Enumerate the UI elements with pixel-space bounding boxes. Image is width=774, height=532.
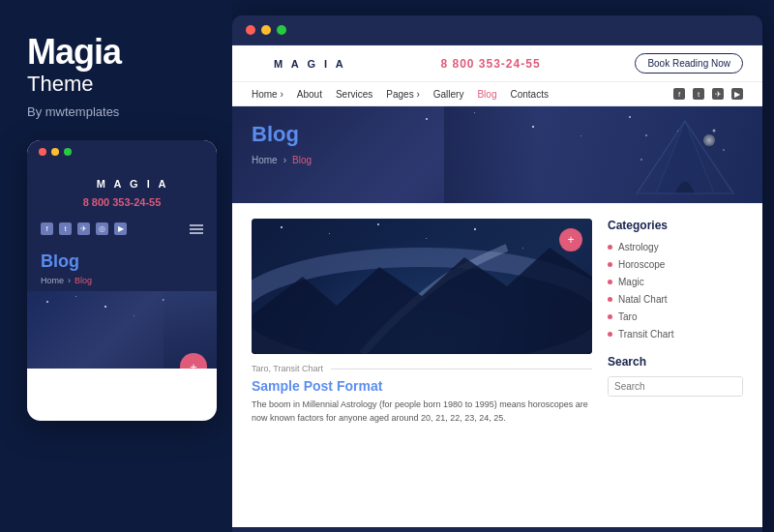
nav-social: f t ✈ ▶ [673, 88, 743, 100]
post-excerpt: The boom in Millennial Astrology (for pe… [252, 399, 592, 425]
post-tags: Taro, Transit Chart [252, 364, 323, 373]
browser-chrome [232, 15, 762, 45]
nav-services[interactable]: Services [336, 89, 372, 100]
category-item-transit-chart[interactable]: Transit Chart [608, 329, 743, 340]
tumblr-icon[interactable]: t [59, 222, 72, 235]
nav-facebook-icon[interactable]: f [673, 88, 685, 100]
browser-dot-green [277, 25, 286, 35]
hamburger-menu[interactable] [190, 224, 203, 234]
mobile-dot-yellow [51, 148, 59, 156]
mobile-social-row: f t ✈ ◎ ▶ [27, 216, 217, 242]
sidebar-search: Search Search [608, 355, 743, 397]
category-item-horoscope[interactable]: Horoscope [608, 259, 743, 270]
search-heading: Search [608, 355, 743, 369]
mobile-top-bar [27, 140, 217, 163]
svg-point-3 [645, 134, 647, 136]
book-reading-button[interactable]: Book Reading Now [635, 53, 743, 74]
left-panel: Magia Theme By mwtemplates M A G I A 8 8… [0, 0, 232, 532]
mobile-breadcrumb: Home › Blog [41, 276, 203, 285]
category-item-magic[interactable]: Magic [608, 277, 743, 287]
post-divider [331, 369, 592, 369]
category-bullet [608, 280, 612, 284]
hero-breadcrumb-current: Blog [292, 155, 312, 165]
category-bullet [608, 245, 612, 250]
mobile-logo-row: M A G I A [75, 175, 169, 192]
category-label: Taro [618, 311, 637, 322]
post-bookmark-button[interactable]: + [559, 228, 582, 251]
nav-contacts[interactable]: Contacts [510, 89, 548, 100]
category-label: Magic [618, 277, 644, 287]
nav-links: Home › About Services Pages › Gallery Bl… [252, 89, 549, 100]
mobile-header-section: M A G I A 8 800 353-24-55 [27, 163, 217, 216]
sidebar-categories-heading: Categories [608, 219, 743, 232]
category-label: Astrology [618, 242, 659, 252]
nav-youtube-icon[interactable]: ▶ [731, 88, 743, 100]
category-label: Horoscope [618, 259, 665, 270]
hero-breadcrumb-home: Home [252, 155, 278, 165]
post-title[interactable]: Sample Post Format [252, 378, 592, 394]
svg-point-4 [713, 130, 716, 133]
instagram-icon[interactable]: ◎ [96, 222, 108, 235]
mobile-mockup: M A G I A 8 800 353-24-55 f t ✈ ◎ ▶ Blog [27, 140, 217, 421]
tent-icon [627, 116, 743, 198]
category-item-astrology[interactable]: Astrology [608, 242, 743, 252]
site-phone: 8 800 353-24-55 [440, 57, 540, 71]
svg-point-6 [640, 159, 642, 161]
telegram-icon[interactable]: ✈ [77, 222, 90, 235]
mobile-phone: 8 800 353-24-55 [83, 196, 162, 208]
nav-tumblr-icon[interactable]: t [693, 88, 704, 100]
post-image: + [252, 219, 592, 354]
sidebar-categories: Categories Astrology Horoscope Magic [608, 219, 743, 340]
site-nav: Home › About Services Pages › Gallery Bl… [232, 82, 762, 106]
youtube-icon[interactable]: ▶ [114, 222, 127, 235]
hero-breadcrumb: Home › Blog [252, 155, 312, 165]
posts-area: + Taro, Transit Chart Sample Post Format… [252, 219, 608, 425]
browser-mockup: M A G I A 8 800 353-24-55 Book Reading N… [232, 15, 762, 532]
category-label: Transit Chart [618, 329, 673, 340]
nav-gallery[interactable]: Gallery [433, 89, 464, 100]
browser-content: M A G I A 8 800 353-24-55 Book Reading N… [232, 45, 762, 527]
moon-icon [75, 175, 93, 192]
svg-point-9 [707, 138, 711, 142]
post-card: + Taro, Transit Chart Sample Post Format… [252, 219, 592, 425]
category-item-taro[interactable]: Taro [608, 311, 743, 322]
brand-name: Magia [27, 35, 205, 70]
mobile-dot-red [39, 148, 46, 156]
search-input[interactable] [609, 377, 743, 396]
mobile-hero-image: + [27, 291, 217, 369]
facebook-icon[interactable]: f [41, 222, 53, 235]
site-moon-icon [252, 55, 269, 73]
mobile-logo-text: M A G I A [97, 178, 169, 190]
hero-breadcrumb-sep: › [283, 155, 286, 165]
brand-subtitle: Theme [27, 72, 205, 97]
category-item-natal-chart[interactable]: Natal Chart [608, 294, 743, 305]
mobile-social-icons: f t ✈ ◎ ▶ [41, 222, 127, 235]
nav-pages[interactable]: Pages › [386, 89, 419, 100]
svg-point-5 [723, 149, 725, 151]
category-bullet [608, 332, 612, 337]
mobile-breadcrumb-home: Home [41, 276, 64, 285]
browser-dot-red [246, 25, 255, 35]
nav-about[interactable]: About [297, 89, 322, 100]
hero-section: Blog Home › Blog [232, 106, 762, 203]
mobile-blog-section: Blog Home › Blog [27, 242, 217, 291]
mobile-blog-title: Blog [41, 251, 203, 272]
post-meta: Taro, Transit Chart [252, 364, 592, 373]
hero-text: Blog Home › Blog [252, 122, 312, 165]
milky-way [252, 219, 592, 354]
category-label: Natal Chart [618, 294, 668, 305]
brand-by: By mwtemplates [27, 104, 205, 119]
mobile-breadcrumb-arrow: › [68, 276, 71, 285]
category-bullet [608, 297, 612, 302]
category-bullet [608, 314, 612, 319]
nav-home[interactable]: Home › [252, 89, 283, 100]
search-box: Search [608, 376, 743, 397]
browser-dot-yellow [261, 25, 271, 35]
site-header: M A G I A 8 800 353-24-55 Book Reading N… [232, 45, 762, 82]
hero-blog-title: Blog [252, 122, 312, 147]
category-bullet [608, 262, 612, 267]
nav-blog[interactable]: Blog [477, 89, 496, 100]
nav-telegram-icon[interactable]: ✈ [712, 88, 724, 100]
site-logo-text: M A G I A [274, 58, 346, 70]
mobile-dot-green [64, 148, 72, 156]
